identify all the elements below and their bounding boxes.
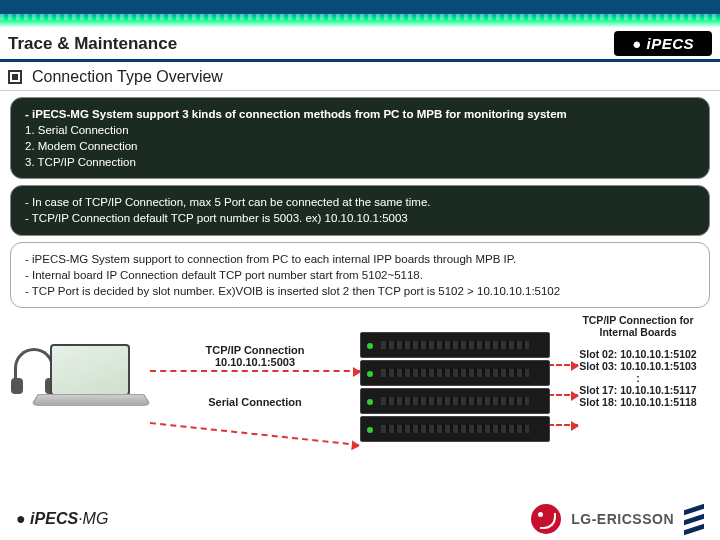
content-boxes: - iPECS-MG System support 3 kinds of con… — [0, 91, 720, 308]
footer-logo-text: iPECS — [30, 510, 78, 527]
rack-unit — [360, 416, 550, 442]
subtitle-text: Connection Type Overview — [32, 68, 223, 86]
connection-diagram: TCP/IP Connection 10.10.10.1:5003 Serial… — [0, 314, 720, 474]
slot-line: Slot 03: 10.10.10.1:5103 — [562, 360, 714, 372]
ipecs-logo-text: iPECS — [646, 35, 694, 52]
slot-line: Slot 18: 10.10.10.1:5118 — [562, 396, 714, 408]
box1-line2: 2. Modem Connection — [25, 138, 695, 154]
equipment-rack — [360, 332, 550, 444]
footer-logo-suffix: ·MG — [78, 510, 108, 527]
laptop-icon — [30, 344, 150, 412]
ipecs-logo: ● iPECS — [614, 31, 712, 56]
box2-line2: - TCP/IP Connection default TCP port num… — [25, 210, 695, 226]
info-box-2: - In case of TCP/IP Connection, max 5 Po… — [10, 185, 710, 235]
lg-circle-icon — [531, 504, 561, 534]
tcp-addr: 10.10.10.1:5003 — [180, 356, 330, 368]
box1-lead: - iPECS-MG System support 3 kinds of con… — [25, 106, 695, 122]
ipecs-mg-logo: ● iPECS·MG — [16, 510, 108, 528]
info-box-1: - iPECS-MG System support 3 kinds of con… — [10, 97, 710, 179]
slot-dots: : — [562, 372, 714, 384]
side-heading: TCP/IP Connection for Internal Boards — [562, 314, 714, 338]
rack-unit — [360, 332, 550, 358]
subtitle-row: Connection Type Overview — [0, 62, 720, 91]
internal-boards-info: TCP/IP Connection for Internal Boards Sl… — [562, 314, 714, 408]
box1-line3: 3. TCP/IP Connection — [25, 154, 695, 170]
slot-line: Slot 17: 10.10.10.1:5117 — [562, 384, 714, 396]
bullet-icon — [8, 70, 22, 84]
box2-line1: - In case of TCP/IP Connection, max 5 Po… — [25, 194, 695, 210]
decorative-strip — [0, 0, 720, 28]
page-title: Trace & Maintenance — [8, 34, 614, 54]
serial-label: Serial Connection — [180, 396, 330, 408]
box1-line1: 1. Serial Connection — [25, 122, 695, 138]
info-box-3: - iPECS-MG System support to connection … — [10, 242, 710, 308]
footer: ● iPECS·MG LG-ERICSSON — [0, 504, 720, 534]
box3-line3: - TCP Port is decided by slot number. Ex… — [25, 283, 695, 299]
rack-unit — [360, 388, 550, 414]
slot-line: Slot 02: 10.10.10.1:5102 — [562, 348, 714, 360]
ericsson-stripes-icon — [684, 504, 704, 534]
arrow-board-3 — [548, 424, 578, 426]
lg-text: LG-ERICSSON — [571, 511, 674, 527]
box3-line1: - iPECS-MG System support to connection … — [25, 251, 695, 267]
connection-labels: TCP/IP Connection 10.10.10.1:5003 Serial… — [180, 344, 330, 436]
title-bar: Trace & Maintenance ● iPECS — [0, 28, 720, 62]
rack-unit — [360, 360, 550, 386]
box3-line2: - Internal board IP Connection default T… — [25, 267, 695, 283]
tcp-label: TCP/IP Connection — [180, 344, 330, 356]
lg-ericsson-logo: LG-ERICSSON — [531, 504, 704, 534]
